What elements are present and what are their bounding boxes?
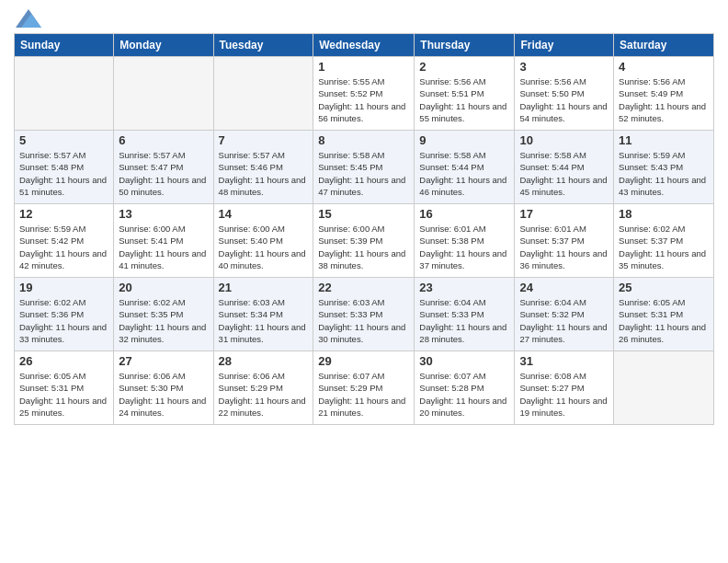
weekday-friday: Friday [515, 34, 614, 57]
day-info: Sunrise: 5:58 AM Sunset: 5:44 PM Dayligh… [519, 149, 609, 198]
day-cell [213, 57, 313, 131]
calendar-table: SundayMondayTuesdayWednesdayThursdayFrid… [14, 33, 714, 425]
day-info: Sunrise: 6:00 AM Sunset: 5:39 PM Dayligh… [318, 223, 409, 271]
day-info: Sunrise: 6:03 AM Sunset: 5:34 PM Dayligh… [219, 296, 309, 345]
day-number: 19 [19, 281, 108, 294]
day-info: Sunrise: 5:57 AM Sunset: 5:47 PM Dayligh… [119, 149, 208, 198]
day-cell: 25Sunrise: 6:05 AM Sunset: 5:31 PM Dayli… [614, 278, 714, 351]
day-cell [114, 57, 213, 131]
day-info: Sunrise: 5:57 AM Sunset: 5:46 PM Dayligh… [219, 149, 309, 198]
weekday-tuesday: Tuesday [213, 34, 313, 57]
day-info: Sunrise: 6:05 AM Sunset: 5:31 PM Dayligh… [19, 370, 108, 419]
day-info: Sunrise: 6:00 AM Sunset: 5:41 PM Dayligh… [119, 223, 208, 271]
day-number: 7 [219, 133, 309, 147]
day-number: 3 [519, 60, 609, 74]
day-number: 11 [619, 133, 709, 147]
day-cell: 24Sunrise: 6:04 AM Sunset: 5:32 PM Dayli… [515, 278, 614, 351]
day-number: 31 [519, 354, 609, 368]
day-cell: 21Sunrise: 6:03 AM Sunset: 5:34 PM Dayli… [213, 278, 313, 351]
day-number: 2 [419, 60, 509, 74]
page: SundayMondayTuesdayWednesdayThursdayFrid… [0, 0, 728, 563]
day-cell: 17Sunrise: 6:01 AM Sunset: 5:37 PM Dayli… [515, 204, 614, 278]
day-cell: 26Sunrise: 6:05 AM Sunset: 5:31 PM Dayli… [15, 351, 114, 425]
day-number: 6 [119, 133, 208, 147]
logo [14, 9, 41, 26]
day-info: Sunrise: 6:05 AM Sunset: 5:31 PM Dayligh… [619, 296, 709, 345]
day-number: 18 [619, 207, 709, 221]
day-info: Sunrise: 6:03 AM Sunset: 5:33 PM Dayligh… [318, 296, 409, 345]
day-number: 10 [519, 133, 609, 147]
day-info: Sunrise: 6:06 AM Sunset: 5:29 PM Dayligh… [219, 370, 309, 419]
day-number: 20 [119, 281, 208, 294]
day-info: Sunrise: 5:56 AM Sunset: 5:51 PM Dayligh… [419, 75, 509, 124]
day-info: Sunrise: 6:01 AM Sunset: 5:37 PM Dayligh… [519, 223, 609, 271]
day-cell: 22Sunrise: 6:03 AM Sunset: 5:33 PM Dayli… [313, 278, 415, 351]
day-number: 4 [619, 60, 709, 74]
day-info: Sunrise: 5:59 AM Sunset: 5:43 PM Dayligh… [619, 149, 709, 198]
day-cell: 11Sunrise: 5:59 AM Sunset: 5:43 PM Dayli… [614, 131, 714, 204]
day-info: Sunrise: 5:56 AM Sunset: 5:49 PM Dayligh… [619, 75, 709, 124]
day-info: Sunrise: 6:07 AM Sunset: 5:28 PM Dayligh… [419, 370, 509, 419]
day-number: 16 [419, 207, 509, 221]
day-cell: 20Sunrise: 6:02 AM Sunset: 5:35 PM Dayli… [114, 278, 213, 351]
day-info: Sunrise: 6:08 AM Sunset: 5:27 PM Dayligh… [519, 370, 609, 419]
day-cell: 8Sunrise: 5:58 AM Sunset: 5:45 PM Daylig… [313, 131, 415, 204]
day-info: Sunrise: 6:06 AM Sunset: 5:30 PM Dayligh… [119, 370, 208, 419]
day-info: Sunrise: 6:00 AM Sunset: 5:40 PM Dayligh… [219, 223, 309, 271]
day-number: 15 [318, 207, 409, 221]
day-number: 29 [318, 354, 409, 368]
day-number: 22 [318, 281, 409, 294]
day-info: Sunrise: 6:04 AM Sunset: 5:32 PM Dayligh… [519, 296, 609, 345]
day-cell: 2Sunrise: 5:56 AM Sunset: 5:51 PM Daylig… [415, 57, 515, 131]
day-number: 12 [19, 207, 108, 221]
day-cell [614, 351, 714, 425]
day-number: 27 [119, 354, 208, 368]
day-cell: 31Sunrise: 6:08 AM Sunset: 5:27 PM Dayli… [515, 351, 614, 425]
day-cell: 6Sunrise: 5:57 AM Sunset: 5:47 PM Daylig… [114, 131, 213, 204]
day-number: 17 [519, 207, 609, 221]
day-info: Sunrise: 5:58 AM Sunset: 5:45 PM Dayligh… [318, 149, 409, 198]
day-cell: 18Sunrise: 6:02 AM Sunset: 5:37 PM Dayli… [614, 204, 714, 278]
day-cell [15, 57, 114, 131]
day-cell: 1Sunrise: 5:55 AM Sunset: 5:52 PM Daylig… [313, 57, 415, 131]
day-cell: 28Sunrise: 6:06 AM Sunset: 5:29 PM Dayli… [213, 351, 313, 425]
day-cell: 13Sunrise: 6:00 AM Sunset: 5:41 PM Dayli… [114, 204, 213, 278]
logo-icon [16, 9, 41, 28]
day-info: Sunrise: 6:01 AM Sunset: 5:38 PM Dayligh… [419, 223, 509, 271]
day-number: 23 [419, 281, 509, 294]
day-number: 8 [318, 133, 409, 147]
weekday-wednesday: Wednesday [313, 34, 415, 57]
day-cell: 15Sunrise: 6:00 AM Sunset: 5:39 PM Dayli… [313, 204, 415, 278]
header [14, 9, 714, 26]
day-number: 5 [19, 133, 108, 147]
day-cell: 9Sunrise: 5:58 AM Sunset: 5:44 PM Daylig… [415, 131, 515, 204]
day-info: Sunrise: 5:56 AM Sunset: 5:50 PM Dayligh… [519, 75, 609, 124]
day-info: Sunrise: 6:04 AM Sunset: 5:33 PM Dayligh… [419, 296, 509, 345]
day-info: Sunrise: 6:02 AM Sunset: 5:37 PM Dayligh… [619, 223, 709, 271]
day-cell: 30Sunrise: 6:07 AM Sunset: 5:28 PM Dayli… [415, 351, 515, 425]
week-row-3: 12Sunrise: 5:59 AM Sunset: 5:42 PM Dayli… [15, 204, 714, 278]
day-cell: 19Sunrise: 6:02 AM Sunset: 5:36 PM Dayli… [15, 278, 114, 351]
weekday-thursday: Thursday [415, 34, 515, 57]
day-cell: 5Sunrise: 5:57 AM Sunset: 5:48 PM Daylig… [15, 131, 114, 204]
day-number: 21 [219, 281, 309, 294]
week-row-5: 26Sunrise: 6:05 AM Sunset: 5:31 PM Dayli… [15, 351, 714, 425]
day-info: Sunrise: 5:55 AM Sunset: 5:52 PM Dayligh… [318, 75, 409, 124]
week-row-2: 5Sunrise: 5:57 AM Sunset: 5:48 PM Daylig… [15, 131, 714, 204]
day-cell: 3Sunrise: 5:56 AM Sunset: 5:50 PM Daylig… [515, 57, 614, 131]
day-info: Sunrise: 6:02 AM Sunset: 5:35 PM Dayligh… [119, 296, 208, 345]
day-number: 1 [318, 60, 409, 74]
day-number: 24 [519, 281, 609, 294]
day-number: 28 [219, 354, 309, 368]
week-row-1: 1Sunrise: 5:55 AM Sunset: 5:52 PM Daylig… [15, 57, 714, 131]
day-number: 26 [19, 354, 108, 368]
day-info: Sunrise: 5:57 AM Sunset: 5:48 PM Dayligh… [19, 149, 108, 198]
day-cell: 12Sunrise: 5:59 AM Sunset: 5:42 PM Dayli… [15, 204, 114, 278]
weekday-header-row: SundayMondayTuesdayWednesdayThursdayFrid… [15, 34, 714, 57]
day-info: Sunrise: 5:59 AM Sunset: 5:42 PM Dayligh… [19, 223, 108, 271]
day-cell: 10Sunrise: 5:58 AM Sunset: 5:44 PM Dayli… [515, 131, 614, 204]
day-info: Sunrise: 5:58 AM Sunset: 5:44 PM Dayligh… [419, 149, 509, 198]
day-cell: 29Sunrise: 6:07 AM Sunset: 5:29 PM Dayli… [313, 351, 415, 425]
day-number: 9 [419, 133, 509, 147]
day-info: Sunrise: 6:07 AM Sunset: 5:29 PM Dayligh… [318, 370, 409, 419]
